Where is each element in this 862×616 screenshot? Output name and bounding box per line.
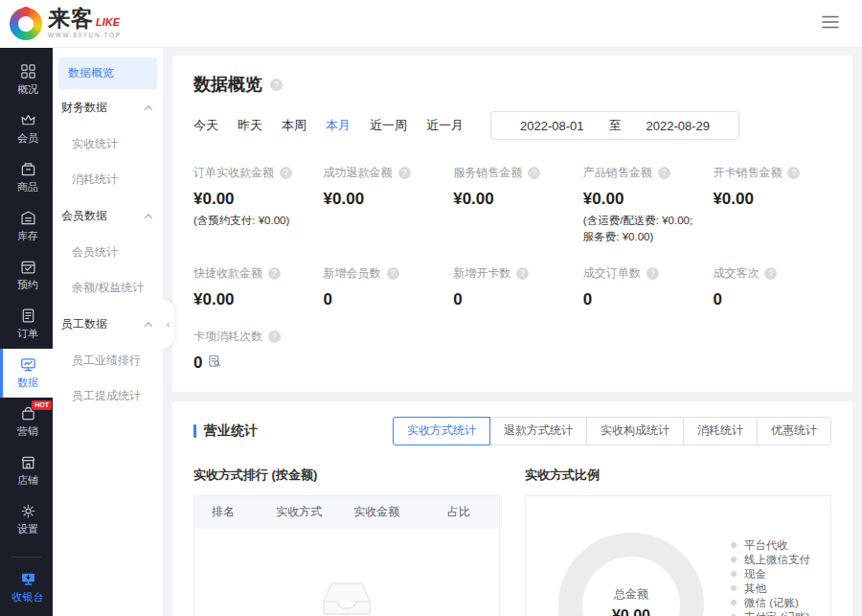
warehouse-icon	[20, 210, 36, 226]
sidebar-item-label: 预约	[17, 278, 38, 292]
crown-icon	[20, 112, 36, 128]
chevron-up-icon	[145, 322, 152, 330]
tab-income-method[interactable]: 实收方式统计	[393, 417, 490, 445]
legend-item[interactable]: 支付宝 (记账)	[731, 610, 811, 616]
submenu-group-finance[interactable]: 财务数据	[53, 89, 163, 126]
stat-value: ¥0.00	[324, 190, 442, 209]
stat-value: 0	[583, 290, 702, 309]
submenu-item-data-overview[interactable]: 数据概览	[58, 57, 157, 89]
stat-label: 成交订单数	[583, 265, 641, 282]
sidebar-collapse-handle[interactable]: ‹	[162, 299, 174, 349]
submenu-group-label: 会员数据	[61, 208, 107, 224]
sidebar-item-label: 设置	[17, 522, 38, 536]
stat-label: 卡项消耗次数	[193, 329, 262, 345]
submenu-item-staff-ranking[interactable]: 员工业绩排行	[53, 343, 163, 378]
view-detail-icon[interactable]	[208, 354, 221, 373]
monitor-chart-icon	[20, 356, 36, 373]
sidebar-item-marketing[interactable]: HOT 营销	[0, 398, 53, 446]
submenu-item-income-stats[interactable]: 实收统计	[53, 126, 163, 162]
business-tab-group: 实收方式统计 退款方式统计 实收构成统计 消耗统计 优惠统计	[393, 417, 831, 445]
sidebar-item-cashier[interactable]: 收银台	[0, 563, 53, 612]
filter-today[interactable]: 今天	[193, 117, 218, 134]
sidebar-item-overview[interactable]: 概况	[0, 56, 53, 104]
menu-toggle-button[interactable]	[816, 10, 845, 37]
top-header: 来客 LIKE WWW.80YUN.TOP	[0, 0, 862, 48]
submenu-item-balance-stats[interactable]: 余额/权益统计	[53, 270, 163, 306]
help-icon[interactable]	[764, 267, 777, 280]
submenu-item-staff-commission[interactable]: 员工提成统计	[53, 378, 163, 414]
donut-center-label: 总金额	[614, 586, 648, 603]
stat-label: 服务销售金额	[453, 165, 522, 181]
sidebar-item-label: 会员	[17, 131, 38, 146]
sidebar-item-label: 库存	[17, 229, 38, 243]
sidebar-item-inventory[interactable]: 库存	[0, 202, 53, 251]
submenu-item-label: 会员统计	[72, 245, 118, 259]
stat-refund: 成功退款金额 ¥0.00	[324, 165, 442, 246]
column-header-method: 实收方式	[263, 504, 334, 520]
dashboard-icon	[20, 63, 36, 80]
sidebar-item-label: 数据	[17, 376, 38, 390]
donut-chart: 总金额 ¥0.00	[558, 533, 704, 616]
legend-label: 平台代收	[744, 538, 788, 553]
help-icon[interactable]	[387, 267, 399, 280]
sidebar-item-label: 收银台	[12, 590, 44, 605]
filter-yesterday[interactable]: 昨天	[238, 117, 262, 134]
legend-item[interactable]: 微信 (记账)	[731, 596, 811, 610]
donut-center-value: ¥0.00	[612, 607, 650, 616]
sidebar-item-data[interactable]: 数据	[0, 349, 53, 398]
date-range-picker[interactable]: 2022-08-01 至 2022-08-29	[490, 111, 739, 140]
sidebar-divider	[11, 557, 41, 558]
help-icon[interactable]	[268, 331, 281, 343]
sidebar-item-settings[interactable]: 设置	[0, 495, 53, 544]
sidebar-item-orders[interactable]: 订单	[0, 300, 53, 349]
empty-inbox-icon	[319, 579, 374, 616]
tab-discount-stats[interactable]: 优惠统计	[757, 417, 831, 445]
help-icon[interactable]	[646, 267, 659, 280]
submenu-group-member[interactable]: 会员数据	[53, 197, 163, 235]
legend-label: 线上微信支付	[744, 553, 810, 567]
filter-last-month[interactable]: 近一月	[426, 117, 464, 134]
stat-value: ¥0.00	[193, 190, 312, 209]
filter-this-month[interactable]: 本月	[326, 117, 351, 134]
help-icon[interactable]	[280, 167, 292, 179]
help-icon[interactable]	[398, 167, 411, 179]
stat-label: 开卡销售金额	[713, 165, 782, 181]
ranking-table-empty-state: 暂无数据	[194, 529, 499, 616]
help-icon[interactable]	[658, 167, 670, 179]
brand-logo[interactable]: 来客 LIKE WWW.80YUN.TOP	[10, 8, 122, 40]
filter-this-week[interactable]: 本周	[282, 117, 306, 134]
help-icon[interactable]	[516, 267, 529, 280]
chevron-up-icon	[145, 105, 152, 113]
legend-item[interactable]: 平台代收	[731, 538, 811, 553]
business-stats-card: 营业统计 实收方式统计 退款方式统计 实收构成统计 消耗统计 优惠统计 实收方式…	[172, 401, 852, 616]
help-icon[interactable]	[270, 79, 283, 91]
submenu-item-consume-stats[interactable]: 消耗统计	[53, 162, 163, 197]
submenu-item-member-stats[interactable]: 会员统计	[53, 235, 163, 270]
sidebar-item-products[interactable]: 商品	[0, 153, 53, 202]
brand-site: WWW.80YUN.TOP	[48, 33, 122, 39]
tab-income-structure[interactable]: 实收构成统计	[586, 417, 684, 445]
tab-refund-method[interactable]: 退款方式统计	[489, 417, 587, 445]
submenu-group-staff[interactable]: 员工数据	[53, 306, 163, 343]
sidebar-item-members[interactable]: 会员	[0, 104, 53, 153]
tab-consume-stats[interactable]: 消耗统计	[683, 417, 758, 445]
legend-item[interactable]: 其他	[731, 582, 811, 596]
sidebar-item-shop[interactable]: 店铺	[0, 446, 53, 495]
legend-item[interactable]: 现金	[731, 567, 811, 582]
help-icon[interactable]	[787, 167, 800, 179]
filter-last-week[interactable]: 近一周	[370, 117, 407, 134]
legend-label: 其他	[744, 582, 766, 596]
clipboard-icon	[20, 308, 36, 324]
ranking-title: 实收方式排行 (按金额)	[193, 467, 500, 484]
help-icon[interactable]	[528, 167, 540, 179]
proportion-chart-area: 总金额 ¥0.00 平台代收 线上微信支付 现金 其他 微信 (记账) 支付宝	[525, 495, 831, 616]
help-icon[interactable]	[268, 267, 281, 280]
stat-label: 快捷收款金额	[193, 265, 262, 282]
legend-dot-icon	[731, 542, 737, 548]
hot-badge: HOT	[32, 400, 52, 410]
sidebar-item-booking[interactable]: 预约	[0, 251, 53, 300]
submenu-group-label: 财务数据	[61, 100, 107, 116]
legend-item[interactable]: 线上微信支付	[731, 553, 811, 567]
stat-new-members: 新增会员数 0	[324, 265, 442, 309]
sidebar-item-label: 订单	[17, 327, 38, 341]
